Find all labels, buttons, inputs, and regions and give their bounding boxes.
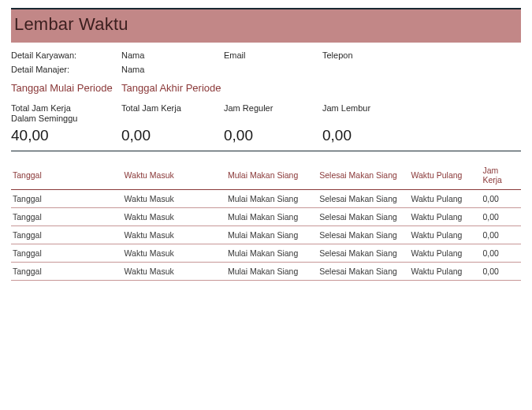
period-start-label: Tanggal Mulai Periode: [11, 82, 121, 94]
col-header-hours: Jam Kerja: [481, 162, 521, 190]
cell-lunch-end: Selesai Makan Siang: [318, 190, 409, 208]
overtime-hours-value: 0,00: [322, 127, 417, 144]
cell-time-in: Waktu Masuk: [123, 244, 226, 263]
cell-time-in: Waktu Masuk: [123, 208, 226, 226]
employee-name-label: Nama: [121, 50, 224, 60]
total-hours-value: 0,00: [121, 127, 224, 144]
manager-detail-label: Detail Manajer:: [11, 65, 121, 74]
cell-lunch-end: Selesai Makan Siang: [318, 208, 409, 226]
cell-lunch-end: Selesai Makan Siang: [318, 226, 409, 244]
table-body: Tanggal Waktu Masuk Mulai Makan Siang Se…: [11, 190, 521, 281]
cell-date: Tanggal: [11, 244, 123, 263]
total-week-label-line2: Dalam Seminggu: [11, 114, 77, 123]
summary-labels-row: Total Jam Kerja Dalam Seminggu Total Jam…: [11, 103, 521, 124]
col-header-lunch-end: Selesai Makan Siang: [318, 162, 409, 190]
title-bar: Lembar Waktu: [11, 8, 521, 43]
cell-date: Tanggal: [11, 226, 123, 244]
employee-phone-label: Telepon: [322, 50, 417, 60]
table-row: Tanggal Waktu Masuk Mulai Makan Siang Se…: [11, 190, 521, 208]
table-row: Tanggal Waktu Masuk Mulai Makan Siang Se…: [11, 208, 521, 226]
cell-lunch-end: Selesai Makan Siang: [318, 244, 409, 263]
total-week-value: 40,00: [11, 127, 121, 144]
period-row: Tanggal Mulai Periode Tanggal Akhir Peri…: [11, 82, 521, 94]
col-header-lunch-start: Mulai Makan Siang: [226, 162, 318, 190]
cell-time-out: Waktu Pulang: [409, 208, 481, 226]
cell-lunch-start: Mulai Makan Siang: [226, 244, 318, 263]
cell-lunch-start: Mulai Makan Siang: [226, 263, 318, 281]
cell-date: Tanggal: [11, 263, 123, 281]
table-row: Tanggal Waktu Masuk Mulai Makan Siang Se…: [11, 244, 521, 263]
cell-hours: 0,00: [481, 208, 521, 226]
cell-hours: 0,00: [481, 244, 521, 263]
cell-lunch-start: Mulai Makan Siang: [226, 226, 318, 244]
timesheet-document: Lembar Waktu Detail Karyawan: Nama Email…: [0, 0, 532, 289]
cell-lunch-start: Mulai Makan Siang: [226, 208, 318, 226]
regular-hours-label: Jam Reguler: [224, 103, 322, 124]
col-header-time-in: Waktu Masuk: [123, 162, 226, 190]
cell-time-out: Waktu Pulang: [409, 263, 481, 281]
cell-date: Tanggal: [11, 190, 123, 208]
entries-table: Tanggal Waktu Masuk Mulai Makan Siang Se…: [11, 162, 521, 281]
cell-time-in: Waktu Masuk: [123, 263, 226, 281]
total-week-label: Total Jam Kerja Dalam Seminggu: [11, 103, 121, 124]
cell-hours: 0,00: [481, 226, 521, 244]
employee-detail-label: Detail Karyawan:: [11, 50, 121, 60]
cell-lunch-start: Mulai Makan Siang: [226, 190, 318, 208]
total-week-label-line1: Total Jam Kerja: [11, 103, 71, 113]
employee-detail-row: Detail Karyawan: Nama Email Telepon: [11, 50, 521, 60]
cell-time-out: Waktu Pulang: [409, 226, 481, 244]
cell-hours: 0,00: [481, 263, 521, 281]
manager-detail-row: Detail Manajer: Nama: [11, 65, 521, 74]
table-row: Tanggal Waktu Masuk Mulai Makan Siang Se…: [11, 263, 521, 281]
cell-lunch-end: Selesai Makan Siang: [318, 263, 409, 281]
col-header-date: Tanggal: [11, 162, 123, 190]
summary-values-row: 40,00 0,00 0,00 0,00: [11, 127, 521, 151]
cell-time-in: Waktu Masuk: [123, 190, 226, 208]
cell-time-out: Waktu Pulang: [409, 190, 481, 208]
cell-time-out: Waktu Pulang: [409, 244, 481, 263]
page-title: Lembar Waktu: [14, 14, 518, 35]
total-hours-label: Total Jam Kerja: [121, 103, 224, 124]
manager-name-label: Nama: [121, 65, 224, 74]
period-end-label: Tanggal Akhir Periode: [121, 82, 221, 94]
cell-time-in: Waktu Masuk: [123, 226, 226, 244]
employee-email-label: Email: [224, 50, 322, 60]
col-header-time-out: Waktu Pulang: [409, 162, 481, 190]
table-header-row: Tanggal Waktu Masuk Mulai Makan Siang Se…: [11, 162, 521, 190]
regular-hours-value: 0,00: [224, 127, 322, 144]
overtime-hours-label: Jam Lembur: [322, 103, 417, 124]
table-row: Tanggal Waktu Masuk Mulai Makan Siang Se…: [11, 226, 521, 244]
cell-hours: 0,00: [481, 190, 521, 208]
cell-date: Tanggal: [11, 208, 123, 226]
